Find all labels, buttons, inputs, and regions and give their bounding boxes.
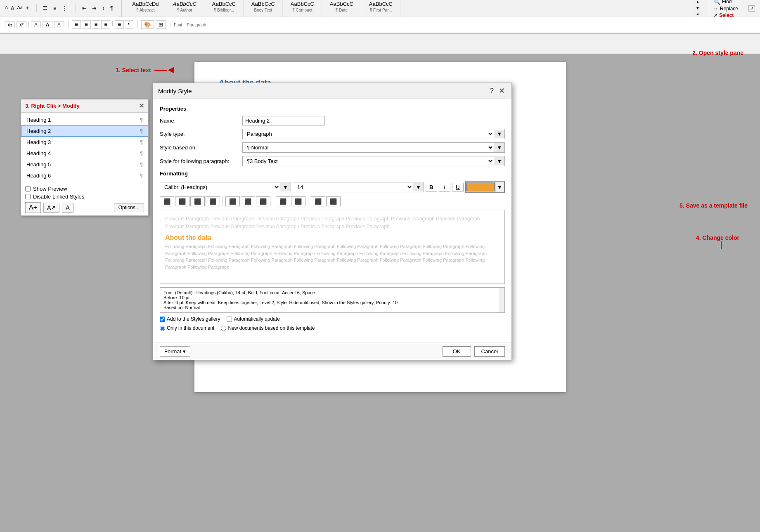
add-to-gallery-checkbox[interactable] [160, 317, 165, 322]
style-compact[interactable]: AaBbCcC ¶ Compact [283, 0, 322, 17]
style-bibliography[interactable]: AaBbCcC ¶ Bibliogr... [204, 0, 244, 17]
styles-gallery: AaBbCcDd ¶ Abstract AaBbCcC ¶ Author AaB… [121, 0, 702, 17]
align-justify-btn2[interactable]: ⬛ [206, 196, 220, 206]
decrease-indent-btn[interactable]: ⇤ [80, 4, 88, 12]
styles-panel-close-btn[interactable]: ✕ [139, 102, 144, 110]
style-author[interactable]: AaBbCcC ¶ Author [165, 0, 204, 17]
style-item-heading3[interactable]: Heading 3 ¶ [21, 137, 148, 148]
style-date[interactable]: AaBbCcC ¶ Date [322, 0, 361, 17]
options-btn[interactable]: Options... [114, 203, 144, 212]
style-item-heading5[interactable]: Heading 5 ¶ [21, 159, 148, 170]
style-bodytext[interactable]: AaBbCcC Body Text [244, 0, 283, 17]
space-below-btn[interactable]: ⬛ [291, 196, 305, 206]
dialog-help-btn[interactable]: ? [490, 87, 494, 95]
increase-indent-btn2[interactable]: ⬛ [326, 196, 341, 206]
sep1: | [28, 21, 29, 28]
footer-right: OK Cancel [443, 346, 505, 357]
align-right-btn2[interactable]: ⬛ [190, 196, 205, 206]
style-type-wrapper: Paragraph ▼ [242, 129, 505, 139]
style-item-heading4-label: Heading 4 [26, 150, 51, 156]
align-left-btn[interactable]: ≡ [72, 20, 81, 29]
align-center-btn2[interactable]: ⬛ [175, 196, 189, 206]
style-item-heading6[interactable]: Heading 6 ¶ [21, 170, 148, 181]
replace-btn[interactable]: ↔ Replace [713, 6, 742, 12]
style-type-select[interactable]: Paragraph [243, 129, 494, 139]
show-preview-row: Show Preview [25, 186, 144, 192]
font-controls: A A Aa ✦ [5, 5, 30, 12]
formatting-title: Formatting [160, 170, 505, 177]
cancel-btn[interactable]: Cancel [474, 346, 505, 357]
sort-btn[interactable]: ↕ [100, 4, 107, 12]
font-size-select[interactable]: 14 [293, 182, 413, 192]
font-size-arrow: ▼ [413, 183, 424, 192]
superscript-btn[interactable]: x² [17, 21, 26, 28]
align-right-btn[interactable]: ≡ [92, 20, 101, 29]
increase-indent-btn[interactable]: ⇥ [90, 4, 98, 12]
gallery-scroll-up[interactable]: ▲ [693, 0, 702, 5]
align-center-btn[interactable]: ≡ [82, 20, 91, 29]
following-para-select[interactable]: ¶3 Body Text [243, 156, 494, 166]
show-para-btn[interactable]: ¶ [108, 4, 115, 12]
style-item-heading4-mark: ¶ [140, 150, 143, 156]
gallery-scroll-down[interactable]: ▼ [693, 5, 702, 11]
char-color-btn[interactable]: A [54, 21, 64, 28]
font-color-btn[interactable]: A [31, 21, 41, 28]
line-space-1-btn[interactable]: ⬛ [225, 196, 240, 206]
only-document-radio[interactable] [160, 326, 165, 331]
styles-launcher[interactable]: ↗ [748, 5, 755, 12]
align-left-btn2[interactable]: ⬛ [160, 196, 174, 206]
show-preview-label: Show Preview [33, 186, 67, 192]
color-dropdown-btn[interactable]: ▼ [495, 182, 504, 192]
shading-btn[interactable]: 🎨 [141, 20, 154, 29]
decrease-indent-btn2[interactable]: ⬛ [311, 196, 325, 206]
space-above-btn[interactable]: ⬛ [276, 196, 290, 206]
para-group-label: Paragraph [187, 23, 206, 27]
para-spacing-btn[interactable]: ¶ [125, 20, 133, 29]
desc-scrollbar[interactable] [499, 288, 504, 312]
styles-dialog-launcher-icon[interactable]: ↗ [748, 5, 755, 12]
font-size-wrapper: 14 ▼ [293, 182, 424, 192]
subscript-btn[interactable]: x₂ [5, 21, 15, 28]
align-justify-btn[interactable]: ≡ [101, 20, 110, 29]
multilevel-btn[interactable]: ⋮ [60, 4, 69, 12]
style-abstract[interactable]: AaBbCcDd ¶ Abstract [126, 0, 165, 17]
style-based-select[interactable]: ¶ Normal [243, 143, 494, 152]
preview-following-text: Following Paragraph Following Paragraph … [165, 243, 500, 270]
color-swatch[interactable] [466, 182, 495, 192]
style-firstpar[interactable]: AaBbCcC ¶ First Par... [361, 0, 400, 17]
line-space-2-btn[interactable]: ⬛ [256, 196, 270, 206]
numbering-btn[interactable]: ≡ [51, 4, 58, 12]
style-inspector-btn[interactable]: A↗ [43, 203, 59, 213]
font-family-arrow: ▼ [280, 183, 291, 192]
ok-btn[interactable]: OK [443, 346, 471, 357]
font-family-select[interactable]: Calibri (Headings) [160, 182, 280, 192]
borders-btn[interactable]: ⊞ [156, 20, 166, 29]
select-btn[interactable]: ↗ Select [713, 12, 742, 18]
dialog-close-btn[interactable]: ✕ [497, 86, 507, 95]
new-template-radio[interactable] [221, 326, 226, 331]
bullets-btn[interactable]: ☰ [41, 4, 50, 12]
italic-btn[interactable]: I [439, 183, 450, 192]
highlight-btn[interactable]: Ā [43, 21, 52, 28]
font-clear-icon[interactable]: ✦ [25, 5, 30, 12]
bold-btn[interactable]: B [426, 183, 437, 192]
ribbon-bar: A A Aa ✦ ☰ ≡ ⋮ ⇤ ⇥ ↕ ¶ AaBbCcDd ¶ Abstra… [0, 0, 760, 34]
disable-linked-checkbox[interactable] [25, 194, 31, 199]
style-item-heading4[interactable]: Heading 4 ¶ [21, 148, 148, 159]
gallery-expand[interactable]: ▾ [693, 11, 702, 17]
find-btn[interactable]: 🔍 Find [713, 0, 742, 5]
new-style-btn[interactable]: A+ [25, 202, 41, 213]
line-space-15-btn[interactable]: ⬛ [241, 196, 255, 206]
manage-styles-btn[interactable]: A [62, 203, 73, 213]
format-dropdown-btn[interactable]: Format ▾ [160, 346, 190, 357]
name-input[interactable] [242, 116, 325, 125]
following-para-wrapper: ¶3 Body Text ▼ [242, 156, 505, 166]
style-item-heading2[interactable]: Heading 2 ¶ [21, 125, 148, 137]
line-spacing-btn[interactable]: ≡ [115, 20, 124, 29]
show-preview-checkbox[interactable] [25, 186, 31, 192]
step4-arrow-vert [721, 241, 722, 249]
underline-btn[interactable]: U [452, 183, 464, 192]
auto-update-checkbox[interactable] [227, 317, 232, 322]
formatting-section: Formatting Calibri (Headings) ▼ 14 ▼ B I… [160, 170, 505, 206]
style-item-heading1[interactable]: Heading 1 ¶ [21, 114, 148, 125]
